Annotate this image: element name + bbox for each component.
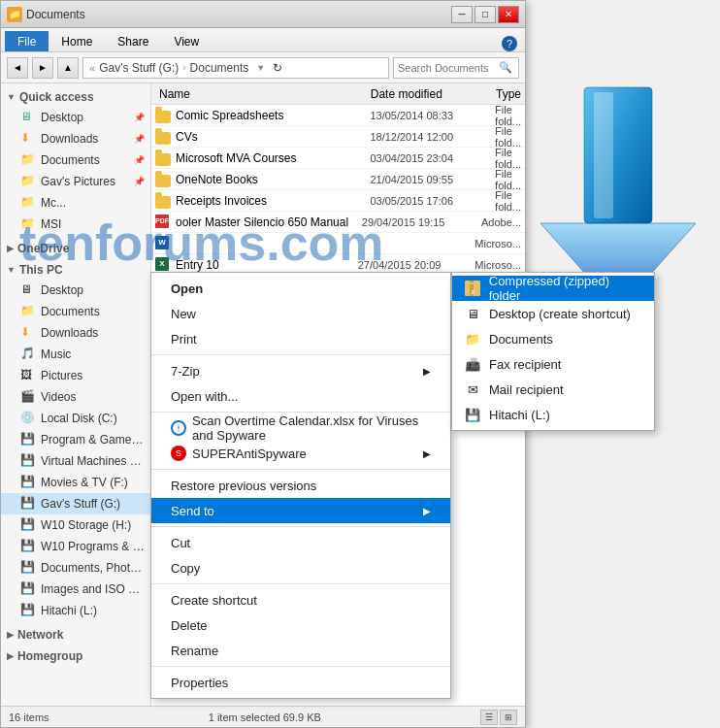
cm-create-shortcut[interactable]: Create shortcut bbox=[151, 587, 450, 612]
up-button[interactable]: ▲ bbox=[57, 57, 79, 79]
file-row[interactable]: Microsoft MVA Courses 03/04/2015 23:04 F… bbox=[151, 148, 525, 169]
sidebar-section-network[interactable]: ▶ Network bbox=[1, 625, 150, 645]
file-row[interactable]: Comic Spreadsheets 13/05/2014 08:33 File… bbox=[151, 105, 525, 126]
cm-copy[interactable]: Copy bbox=[151, 555, 450, 580]
network-arrow: ▶ bbox=[7, 630, 14, 640]
refresh-button[interactable]: ↻ bbox=[273, 61, 282, 75]
cm-openwith[interactable]: Open with... bbox=[151, 383, 450, 409]
sidebar-item-vm-drive[interactable]: 💾 Virtual Machines (E:... bbox=[1, 450, 150, 472]
quick-access-arrow: ▼ bbox=[7, 92, 16, 102]
cm-open[interactable]: Open bbox=[151, 276, 450, 301]
maximize-button[interactable]: □ bbox=[475, 6, 496, 23]
path-dropdown-arrow[interactable]: ▼ bbox=[256, 63, 265, 73]
cm-separator bbox=[151, 412, 450, 413]
sidebar-item-downloads-qa[interactable]: ⬇ Downloads 📌 bbox=[1, 128, 150, 149]
help-icon[interactable]: ? bbox=[502, 36, 517, 51]
cm-cut[interactable]: Cut bbox=[151, 530, 450, 555]
sidebar-item-pictures-pc[interactable]: 🖼 Pictures bbox=[1, 365, 150, 386]
svg-text:Z: Z bbox=[471, 289, 475, 295]
sm-mail[interactable]: ✉ Mail recipient bbox=[452, 377, 654, 402]
pin-icon: 📌 bbox=[134, 155, 145, 165]
sidebar-item-downloads-pc[interactable]: ⬇ Downloads bbox=[1, 322, 150, 344]
cm-properties[interactable]: Properties bbox=[151, 670, 450, 695]
pin-icon: 📌 bbox=[134, 177, 145, 186]
documents-folder-icon: 📁 bbox=[464, 330, 481, 347]
homegroup-arrow: ▶ bbox=[7, 651, 14, 661]
breadcrumb-documents[interactable]: Documents bbox=[190, 61, 249, 75]
col-header-type[interactable]: Type bbox=[496, 87, 521, 101]
file-name: ooler Master Silencio 650 Manual bbox=[176, 215, 362, 229]
sidebar-section-thispc[interactable]: ▼ This PC bbox=[1, 260, 150, 280]
file-row[interactable]: CVs 18/12/2014 12:00 File fold... bbox=[151, 126, 525, 148]
sidebar-item-gavpictures-qa[interactable]: 📁 Gav's Pictures 📌 bbox=[1, 171, 150, 192]
downloads-icon: ⬇ bbox=[20, 325, 36, 341]
cm-scan[interactable]: i Scan Overtime Calendar.xlsx for Viruse… bbox=[151, 415, 450, 441]
search-input[interactable] bbox=[398, 62, 495, 74]
sm-documents[interactable]: 📁 Documents bbox=[452, 326, 654, 351]
col-header-name[interactable]: Name bbox=[155, 87, 371, 101]
sidebar-item-hitachi[interactable]: 💾 Hitachi (L:) bbox=[1, 600, 150, 621]
tab-home[interactable]: Home bbox=[49, 31, 105, 51]
breadcrumb-gav[interactable]: Gav's Stuff (G:) bbox=[99, 61, 179, 75]
scan-icon: i bbox=[171, 420, 186, 436]
cm-7zip[interactable]: 7-Zip ▶ bbox=[151, 358, 450, 383]
folder-icon: 📁 bbox=[20, 216, 36, 232]
sidebar-item-program-drive[interactable]: 💾 Program & Games ... bbox=[1, 429, 150, 450]
back-button[interactable]: ◄ bbox=[7, 57, 28, 79]
sidebar-label: Documents bbox=[41, 153, 100, 167]
file-row[interactable]: PDF ooler Master Silencio 650 Manual 29/… bbox=[151, 212, 525, 233]
sidebar: ▼ Quick access 🖥 Desktop 📌 ⬇ Downloads 📌… bbox=[1, 83, 151, 706]
minimize-button[interactable]: ─ bbox=[451, 6, 473, 23]
tab-file[interactable]: File bbox=[5, 31, 49, 51]
sidebar-item-w10storage[interactable]: 💾 W10 Storage (H:) bbox=[1, 514, 150, 536]
sidebar-item-msi-qa[interactable]: 📁 MSI bbox=[1, 214, 150, 235]
sidebar-item-movies-drive[interactable]: 💾 Movies & TV (F:) bbox=[1, 472, 150, 493]
sidebar-label: Videos bbox=[41, 390, 76, 404]
sidebar-item-documents-qa[interactable]: 📁 Documents 📌 bbox=[1, 149, 150, 171]
sidebar-item-localc[interactable]: 💿 Local Disk (C:) bbox=[1, 408, 150, 429]
cm-delete[interactable]: Delete bbox=[151, 612, 450, 638]
search-icon[interactable]: 🔍 bbox=[499, 61, 512, 74]
sidebar-item-desktop-qa[interactable]: 🖥 Desktop 📌 bbox=[1, 107, 150, 128]
file-type: File fold... bbox=[495, 125, 521, 149]
file-name: Entry 10 bbox=[176, 258, 358, 272]
file-row[interactable]: Receipts Invoices 03/05/2015 17:06 File … bbox=[151, 190, 525, 212]
sidebar-section-homegroup[interactable]: ▶ Homegroup bbox=[1, 646, 150, 666]
close-button[interactable]: ✕ bbox=[498, 6, 519, 23]
sm-desktop[interactable]: 🖥 Desktop (create shortcut) bbox=[452, 301, 654, 326]
sidebar-item-videos-pc[interactable]: 🎬 Videos bbox=[1, 386, 150, 408]
sidebar-item-music-pc[interactable]: 🎵 Music bbox=[1, 344, 150, 365]
list-view-button[interactable]: ☰ bbox=[480, 710, 498, 725]
drive-hitachi-icon: 💾 bbox=[464, 406, 481, 423]
drive-icon: 💾 bbox=[20, 432, 36, 447]
tab-share[interactable]: Share bbox=[105, 31, 161, 51]
sidebar-item-isofiles[interactable]: 💾 Images and ISO File... bbox=[1, 579, 150, 600]
details-view-button[interactable]: ⊞ bbox=[500, 710, 517, 725]
sm-compressed[interactable]: Z Compressed (zipped) folder bbox=[452, 276, 654, 301]
cm-superanti[interactable]: S SUPERAntiSpyware ▶ bbox=[151, 441, 450, 466]
sm-fax[interactable]: 📠 Fax recipient bbox=[452, 351, 654, 377]
cm-rename[interactable]: Rename bbox=[151, 638, 450, 663]
cm-new[interactable]: New bbox=[151, 301, 450, 326]
address-path[interactable]: « Gav's Stuff (G:) › Documents ▼ ↻ bbox=[82, 57, 389, 79]
cm-sendto[interactable]: Send to ▶ bbox=[151, 498, 450, 523]
sidebar-section-quick-access[interactable]: ▼ Quick access bbox=[1, 87, 150, 107]
sidebar-item-desktop-pc[interactable]: 🖥 Desktop bbox=[1, 280, 150, 301]
file-row[interactable]: W Microso... bbox=[151, 233, 525, 254]
cm-restore[interactable]: Restore previous versions bbox=[151, 473, 450, 498]
sidebar-label: Downloads bbox=[41, 326, 98, 340]
sidebar-item-mc-qa[interactable]: 📁 Mc... bbox=[1, 192, 150, 214]
sm-hitachi[interactable]: 💾 Hitachi (L:) bbox=[452, 402, 654, 427]
file-row[interactable]: OneNote Books 21/04/2015 09:55 File fold… bbox=[151, 169, 525, 190]
forward-button[interactable]: ► bbox=[32, 57, 53, 79]
cm-separator bbox=[151, 526, 450, 527]
file-date: 18/12/2014 12:00 bbox=[370, 131, 495, 143]
tab-view[interactable]: View bbox=[161, 31, 212, 51]
cm-print[interactable]: Print bbox=[151, 326, 450, 351]
sidebar-item-documents-pc[interactable]: 📁 Documents bbox=[1, 301, 150, 322]
sidebar-item-docsphotos[interactable]: 💾 Documents, Photos ... bbox=[1, 557, 150, 579]
sidebar-section-onedrive[interactable]: ▶ OneDrive bbox=[1, 239, 150, 258]
col-header-date[interactable]: Date modified bbox=[371, 87, 496, 101]
sidebar-item-gav-drive[interactable]: 💾 Gav's Stuff (G:) bbox=[1, 493, 150, 514]
sidebar-item-w10prog[interactable]: 💾 W10 Programs & G... bbox=[1, 536, 150, 557]
